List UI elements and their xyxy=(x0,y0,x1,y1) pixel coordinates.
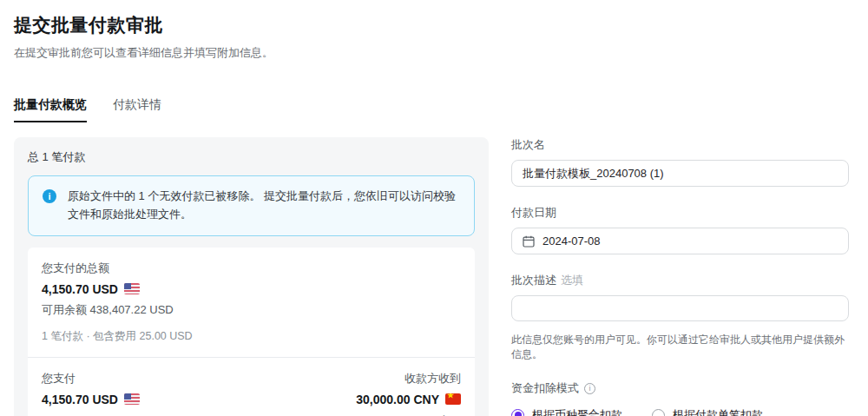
pay-column: 您支付 4,150.70 USD 1 笔付款 · 1 USD = 7.27149… xyxy=(42,371,221,416)
total-section: 您支付的总额 4,150.70 USD 可用余额 438,407.22 USD … xyxy=(28,248,475,357)
calendar-icon xyxy=(523,235,535,248)
main-content: 总 1 笔付款 原始文件中的 1 个无效付款已被移除。 提交批量付款后，您依旧可… xyxy=(14,137,849,416)
radio-aggregate-by-currency[interactable]: 根据币种聚合扣款 xyxy=(511,407,622,416)
us-flag-icon xyxy=(124,283,140,294)
overview-column: 总 1 笔付款 原始文件中的 1 个无效付款已被移除。 提交批量付款后，您依旧可… xyxy=(14,137,489,416)
radio-per-payment[interactable]: 根据付款单笔扣款 xyxy=(652,407,763,416)
tab-payment-details[interactable]: 付款详情 xyxy=(113,97,161,122)
payment-count-header: 总 1 笔付款 xyxy=(28,149,475,165)
tab-batch-overview[interactable]: 批量付款概览 xyxy=(14,97,87,122)
optional-tag: 选填 xyxy=(561,273,583,288)
description-label: 批次描述 选填 xyxy=(511,273,849,288)
description-help-text: 此信息仅您账号的用户可见。你可以通过它给审批人或其他用户提供额外信息。 xyxy=(511,333,849,362)
info-tooltip-icon[interactable] xyxy=(584,383,595,394)
available-balance: 可用余额 438,407.22 USD xyxy=(42,302,461,318)
pay-amount-line: 4,150.70 USD xyxy=(42,393,221,406)
payment-date-group: 付款日期 2024-07-08 xyxy=(511,205,849,254)
radio-label: 根据付款单笔扣款 xyxy=(673,407,763,416)
submit-batch-payment-page: 提交批量付款审批 在提交审批前您可以查看详细信息并填写附加信息。 批量付款概览 … xyxy=(0,0,868,416)
radio-label: 根据币种聚合扣款 xyxy=(532,407,622,416)
receive-country: 中国 xyxy=(356,413,461,416)
radio-selected-icon xyxy=(511,409,524,416)
description-label-text: 批次描述 xyxy=(511,273,556,288)
cn-flag-icon xyxy=(445,393,461,405)
receive-column: 收款方收到 30,000.00 CNY 中国 xyxy=(356,371,461,416)
tab-bar: 批量付款概览 付款详情 xyxy=(14,97,849,122)
payment-summary-card: 您支付的总额 4,150.70 USD 可用余额 438,407.22 USD … xyxy=(28,248,475,416)
receive-amount-line: 30,000.00 CNY xyxy=(356,393,461,406)
page-title: 提交批量付款审批 xyxy=(14,13,849,37)
deduction-mode-label-text: 资金扣除模式 xyxy=(511,380,579,396)
receive-label: 收款方收到 xyxy=(356,371,461,386)
deduction-mode-group: 资金扣除模式 根据币种聚合扣款 根据付款单笔扣款 xyxy=(511,380,849,416)
payment-date-picker[interactable]: 2024-07-08 xyxy=(511,228,849,254)
info-icon xyxy=(43,189,56,203)
payment-date-label: 付款日期 xyxy=(511,205,849,221)
radio-unselected-icon xyxy=(652,409,665,416)
page-subtitle: 在提交审批前您可以查看详细信息并填写附加信息。 xyxy=(14,45,849,61)
info-alert: 原始文件中的 1 个无效付款已被移除。 提交批量付款后，您依旧可以访问校验文件和… xyxy=(28,175,475,236)
pay-label: 您支付 xyxy=(42,371,221,386)
total-amount-line: 4,150.70 USD xyxy=(42,282,461,296)
fee-line: 1 笔付款 · 包含费用 25.00 USD xyxy=(42,329,461,344)
total-label: 您支付的总额 xyxy=(42,261,461,276)
description-group: 批次描述 选填 此信息仅您账号的用户可见。你可以通过它给审批人或其他用户提供额外… xyxy=(511,273,849,362)
us-flag-icon xyxy=(124,393,140,405)
deduction-mode-options: 根据币种聚合扣款 根据付款单笔扣款 xyxy=(511,407,849,416)
info-alert-text: 原始文件中的 1 个无效付款已被移除。 提交批量付款后，您依旧可以访问校验文件和… xyxy=(68,188,460,224)
payment-date-value: 2024-07-08 xyxy=(542,234,601,248)
overview-panel: 总 1 笔付款 原始文件中的 1 个无效付款已被移除。 提交批量付款后，您依旧可… xyxy=(14,137,489,416)
description-textarea[interactable] xyxy=(511,295,849,321)
total-amount: 4,150.70 USD xyxy=(42,282,118,296)
receive-amount: 30,000.00 CNY xyxy=(356,393,439,406)
pay-amount: 4,150.70 USD xyxy=(42,393,118,406)
batch-name-label: 批次名 xyxy=(511,137,849,153)
form-column: 批次名 付款日期 2024-07-08 批次描述 xyxy=(511,137,849,416)
deduction-mode-label: 资金扣除模式 xyxy=(511,380,849,396)
batch-name-input[interactable] xyxy=(511,160,849,187)
batch-name-group: 批次名 xyxy=(511,137,849,187)
pay-receive-row: 您支付 4,150.70 USD 1 笔付款 · 1 USD = 7.27149… xyxy=(28,357,475,416)
